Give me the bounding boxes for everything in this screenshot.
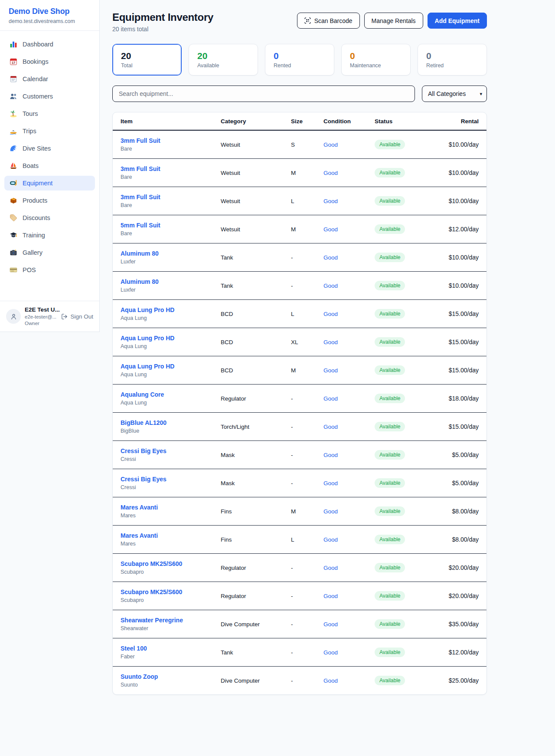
condition-link[interactable]: Good [323,593,338,599]
size-cell: - [291,554,323,582]
table-body: 3mm Full SuitBareWetsuitSGoodAvailable$1… [113,130,486,694]
item-link[interactable]: Aqualung Core [121,391,164,398]
condition-link[interactable]: Good [323,452,338,458]
item-link[interactable]: 5mm Full Suit [121,222,160,229]
calendar-date-icon: 17 [10,58,17,66]
condition-link[interactable]: Good [323,621,338,628]
condition-link[interactable]: Good [323,395,338,402]
item-link[interactable]: Suunto Zoop [121,673,158,680]
status-badge: Available [375,394,405,403]
item-link[interactable]: Cressi Big Eyes [121,476,166,483]
item-brand: Bare [121,230,221,237]
scan-barcode-button[interactable]: Scan Barcode [297,13,360,29]
sidebar-item-dive-sites[interactable]: Dive Sites [4,141,95,156]
item-link[interactable]: 3mm Full Suit [121,137,160,144]
condition-link[interactable]: Good [323,170,338,176]
item-link[interactable]: BigBlue AL1200 [121,419,166,426]
add-equipment-button[interactable]: Add Equipment [428,13,487,29]
sidebar-item-pos[interactable]: POS [4,263,95,277]
sidebar-item-gallery[interactable]: Gallery [4,245,95,260]
sidebar-item-calendar[interactable]: Calendar [4,72,95,86]
item-link[interactable]: Scubapro MK25/S600 [121,588,182,595]
condition-link[interactable]: Good [323,283,338,289]
table-row: 3mm Full SuitBareWetsuitSGoodAvailable$1… [113,130,486,159]
condition-link[interactable]: Good [323,367,338,374]
sidebar-item-dashboard[interactable]: Dashboard [4,37,95,52]
table-row: 5mm Full SuitBareWetsuitMGoodAvailable$1… [113,215,486,243]
stat-card-rented[interactable]: 0Rented [265,44,334,76]
sidebar-item-customers[interactable]: Customers [4,89,95,104]
table-header-row: Item Category Size Condition Status Rent… [113,112,486,130]
sidebar-item-bookings[interactable]: 17Bookings [4,54,95,69]
item-link[interactable]: 3mm Full Suit [121,194,160,201]
item-link[interactable]: Aqua Lung Pro HD [121,335,174,342]
item-link[interactable]: Aqua Lung Pro HD [121,306,174,313]
sidebar-item-trips[interactable]: Trips [4,124,95,138]
person-icon [10,313,17,320]
stat-card-available[interactable]: 20Available [189,44,258,76]
item-link[interactable]: Scubapro MK25/S600 [121,560,182,567]
avatar [6,309,21,324]
condition-link[interactable]: Good [323,141,338,148]
condition-link[interactable]: Good [323,649,338,656]
tag-icon [10,214,17,222]
category-cell: Regulator [221,385,291,413]
sign-out-button[interactable]: Sign Out [61,313,93,320]
item-brand: Scubapro [121,569,221,575]
stat-card-retired[interactable]: 0Retired [418,44,487,76]
category-cell: Fins [221,526,291,554]
rental-cell: $15.00/day [440,328,486,356]
app-root: Demo Dive Shop demo.test.divestreams.com… [0,0,555,756]
brand-title: Demo Dive Shop [9,7,91,16]
condition-link[interactable]: Good [323,424,338,430]
item-link[interactable]: Shearwater Peregrine [121,617,183,624]
category-cell: BCD [221,328,291,356]
item-link[interactable]: Aqua Lung Pro HD [121,363,174,370]
category-select[interactable]: All Categories ▾ [422,85,487,102]
main-area: Equipment Inventory 20 items total Scan … [100,0,555,708]
category-cell: BCD [221,356,291,385]
size-cell: - [291,610,323,638]
condition-link[interactable]: Good [323,536,338,543]
condition-link[interactable]: Good [323,311,338,317]
condition-link[interactable]: Good [323,677,338,684]
search-input[interactable] [112,85,415,102]
item-link[interactable]: Aluminum 80 [121,278,159,285]
sidebar-item-tours[interactable]: Tours [4,106,95,121]
item-link[interactable]: Mares Avanti [121,532,158,539]
table-row: Aqualung CoreAqua LungRegulator-GoodAvai… [113,385,486,413]
item-link[interactable]: Cressi Big Eyes [121,447,166,454]
stat-card-total[interactable]: 20Total [112,44,182,76]
size-cell: - [291,385,323,413]
size-cell: - [291,582,323,610]
condition-link[interactable]: Good [323,226,338,233]
item-link[interactable]: Steel 100 [121,645,147,652]
condition-link[interactable]: Good [323,480,338,486]
category-cell: Dive Computer [221,610,291,638]
stat-card-maintenance[interactable]: 0Maintenance [341,44,411,76]
status-badge: Available [375,478,405,488]
sidebar-item-label: Bookings [23,58,49,65]
condition-link[interactable]: Good [323,508,338,515]
item-brand: BigBlue [121,428,221,434]
item-brand: Cressi [121,456,221,462]
sidebar-item-boats[interactable]: Boats [4,158,95,173]
sidebar-item-training[interactable]: Training [4,228,95,243]
sidebar-item-products[interactable]: Products [4,193,95,208]
item-brand: Aqua Lung [121,371,221,378]
sidebar-item-label: Dashboard [23,41,53,48]
condition-link[interactable]: Good [323,254,338,261]
item-link[interactable]: 3mm Full Suit [121,165,160,172]
category-cell: Wetsuit [221,187,291,215]
condition-link[interactable]: Good [323,198,338,204]
sidebar-item-equipment[interactable]: Equipment [4,176,95,191]
item-link[interactable]: Aluminum 80 [121,250,159,257]
condition-link[interactable]: Good [323,565,338,571]
brand-block: Demo Dive Shop demo.test.divestreams.com [0,0,99,31]
sign-out-label: Sign Out [70,313,93,320]
manage-rentals-button[interactable]: Manage Rentals [364,13,423,29]
sidebar-item-label: Calendar [23,76,48,82]
condition-link[interactable]: Good [323,339,338,345]
item-link[interactable]: Mares Avanti [121,504,158,511]
sidebar-item-discounts[interactable]: Discounts [4,210,95,225]
